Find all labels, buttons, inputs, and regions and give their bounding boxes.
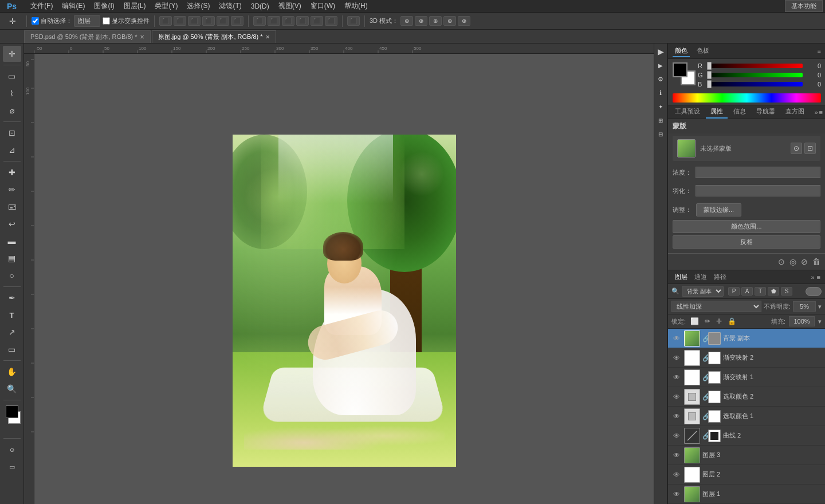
menu-type[interactable]: 类型(Y) xyxy=(150,0,182,12)
filter-adj-btn[interactable]: A xyxy=(741,287,753,296)
menu-edit[interactable]: 编辑(E) xyxy=(57,0,89,12)
menu-layer[interactable]: 图层(L) xyxy=(119,0,151,12)
mini-tool-info[interactable]: ℹ xyxy=(655,87,666,99)
menu-select[interactable]: 选择(S) xyxy=(182,0,214,12)
gradient-tool[interactable]: ▤ xyxy=(3,250,21,266)
tab-navigator[interactable]: 导航器 xyxy=(752,105,780,119)
layer-row[interactable]: 👁 🔗 渐变映射 2 xyxy=(668,348,825,368)
mask-edge-btn[interactable]: 蒙版边缘... xyxy=(696,203,741,216)
dist-btn-5[interactable]: ⬛ xyxy=(311,16,323,26)
mini-tool-gear[interactable]: ⚙ xyxy=(655,73,666,85)
layer-dropdown[interactable]: 图层 xyxy=(74,15,100,27)
layers-expand-btn[interactable]: » xyxy=(811,274,814,281)
lock-paint-btn[interactable]: ✏ xyxy=(704,316,712,326)
fill-dropdown-btn[interactable]: ▾ xyxy=(818,318,822,325)
layer-row[interactable]: 👁 图层 2 xyxy=(668,465,825,485)
align-btn-6[interactable]: ⬛ xyxy=(231,16,243,26)
mask-icon-2[interactable]: ⊡ xyxy=(804,143,816,154)
hand-tool[interactable]: ✋ xyxy=(3,364,21,380)
lock-pixels-btn[interactable]: ⬜ xyxy=(689,316,700,326)
eyedropper-tool[interactable]: ⊿ xyxy=(3,142,21,158)
layer-1-visibility[interactable]: 👁 xyxy=(671,353,682,363)
extra-btn-1[interactable]: ⬛ xyxy=(347,16,360,26)
eraser-tool[interactable]: ▬ xyxy=(3,233,21,249)
move-tool[interactable]: ✛ xyxy=(3,46,21,62)
quick-select-tool[interactable]: ⌀ xyxy=(3,103,21,119)
fill-input[interactable]: 100% xyxy=(789,316,815,326)
layer-2-visibility[interactable]: 👁 xyxy=(671,372,682,383)
shape-tool[interactable]: ▭ xyxy=(3,341,21,357)
tab-histogram[interactable]: 直方图 xyxy=(781,105,809,119)
tab-psd[interactable]: PSD.psd @ 50% (背景 副本, RGB/8) * ✕ xyxy=(24,30,151,43)
foreground-color[interactable] xyxy=(6,405,18,418)
mini-tool-2[interactable]: ▶ xyxy=(655,60,666,71)
menu-view[interactable]: 视图(V) xyxy=(274,0,306,12)
tab-jpg[interactable]: 原图.jpg @ 50% (背景 副本, RGB/8) * ✕ xyxy=(152,30,276,43)
menu-file[interactable]: 文件(F) xyxy=(26,0,57,12)
tab-info[interactable]: 信息 xyxy=(729,105,751,119)
align-btn-2[interactable]: ⬛ xyxy=(174,16,186,26)
layer-row[interactable]: 👁 🔗 选取颜色 1 xyxy=(668,407,825,426)
align-btn-3[interactable]: ⬛ xyxy=(188,16,201,26)
layer-5-visibility[interactable]: 👁 xyxy=(671,431,682,441)
workspace-preset[interactable]: 基本功能 xyxy=(785,0,823,12)
align-btn-1[interactable]: ⬛ xyxy=(159,16,172,26)
opacity-dropdown-btn[interactable]: ▾ xyxy=(818,303,822,310)
menu-help[interactable]: 帮助(H) xyxy=(340,0,372,12)
3d-btn-2[interactable]: ⊕ xyxy=(415,16,427,26)
tab-psd-close[interactable]: ✕ xyxy=(140,34,144,40)
dist-btn-6[interactable]: ⬛ xyxy=(325,16,337,26)
mask-eye-btn[interactable]: ◎ xyxy=(789,257,796,266)
layers-tab-layers[interactable]: 图层 xyxy=(673,271,690,282)
layer-row[interactable]: 👁 🔗 渐变映射 1 xyxy=(668,368,825,387)
selection-tool[interactable]: ▭ xyxy=(3,68,21,84)
blend-mode-select[interactable]: 线性加深 xyxy=(671,301,761,312)
screen-mode-btn[interactable]: ▭ xyxy=(3,459,21,475)
dist-btn-2[interactable]: ⬛ xyxy=(268,16,280,26)
mini-tool-adjust[interactable]: ⊟ xyxy=(655,128,666,140)
menu-window[interactable]: 窗口(W) xyxy=(306,0,340,12)
align-btn-4[interactable]: ⬛ xyxy=(202,16,215,26)
mask-delete-btn[interactable]: 🗑 xyxy=(812,257,820,266)
filter-pixel-btn[interactable]: P xyxy=(728,287,740,296)
mini-tool-3d[interactable]: ✦ xyxy=(655,101,666,112)
brush-tool[interactable]: ✏ xyxy=(3,182,21,198)
filter-shape-btn[interactable]: ⬟ xyxy=(768,287,779,296)
clone-stamp-tool[interactable]: 🖃 xyxy=(3,199,21,215)
pen-tool[interactable]: ✒ xyxy=(3,290,21,306)
3d-btn-1[interactable]: ⊕ xyxy=(400,16,413,26)
layers-tab-channels[interactable]: 通道 xyxy=(692,271,709,282)
3d-btn-4[interactable]: ⊕ xyxy=(443,16,456,26)
filter-type-btn[interactable]: T xyxy=(755,287,766,296)
lock-all-btn[interactable]: 🔒 xyxy=(726,316,737,326)
layer-8-visibility[interactable]: 👁 xyxy=(671,489,682,499)
lasso-tool[interactable]: ⌇ xyxy=(3,85,21,101)
filter-type-select[interactable]: 背景 副本 xyxy=(682,286,724,297)
dist-btn-3[interactable]: ⬛ xyxy=(282,16,294,26)
layer-row[interactable]: 👁 🔗 背景 副本 xyxy=(668,329,825,348)
layer-row[interactable]: 👁 图层 3 xyxy=(668,446,825,465)
dodge-tool[interactable]: ○ xyxy=(3,267,21,284)
menu-filter[interactable]: 滤镜(T) xyxy=(214,0,246,12)
menu-3d[interactable]: 3D(D) xyxy=(246,1,274,11)
mask-icon-1[interactable]: ⊙ xyxy=(791,143,802,154)
density-input[interactable] xyxy=(696,167,820,178)
lock-position-btn[interactable]: ✛ xyxy=(715,316,723,326)
tab-attributes[interactable]: 属性 xyxy=(706,105,728,119)
mask-layer-row[interactable]: 未选择蒙版 ⊙ ⊡ xyxy=(673,136,820,161)
zoom-tool[interactable]: 🔍 xyxy=(3,381,21,397)
color-tab-swatches[interactable]: 色板 xyxy=(694,45,712,57)
b-slider-thumb[interactable] xyxy=(707,80,712,88)
expand-panel-btn[interactable]: » xyxy=(814,109,818,116)
layers-menu-btn[interactable]: ≡ xyxy=(817,274,820,281)
mini-tool-1[interactable]: ▶ xyxy=(655,46,666,57)
color-spectrum-bar[interactable] xyxy=(673,93,821,103)
quick-mask-btn[interactable]: ⊙ xyxy=(3,442,21,458)
panel-menu-btn[interactable]: ≡ xyxy=(819,109,823,116)
align-btn-5[interactable]: ⬛ xyxy=(217,16,229,26)
layer-3-visibility[interactable]: 👁 xyxy=(671,392,682,402)
filter-toggle-btn[interactable] xyxy=(806,287,822,296)
filter-smart-btn[interactable]: S xyxy=(781,287,792,296)
r-slider-thumb[interactable] xyxy=(707,62,712,70)
auto-select-checkbox[interactable] xyxy=(32,17,39,25)
